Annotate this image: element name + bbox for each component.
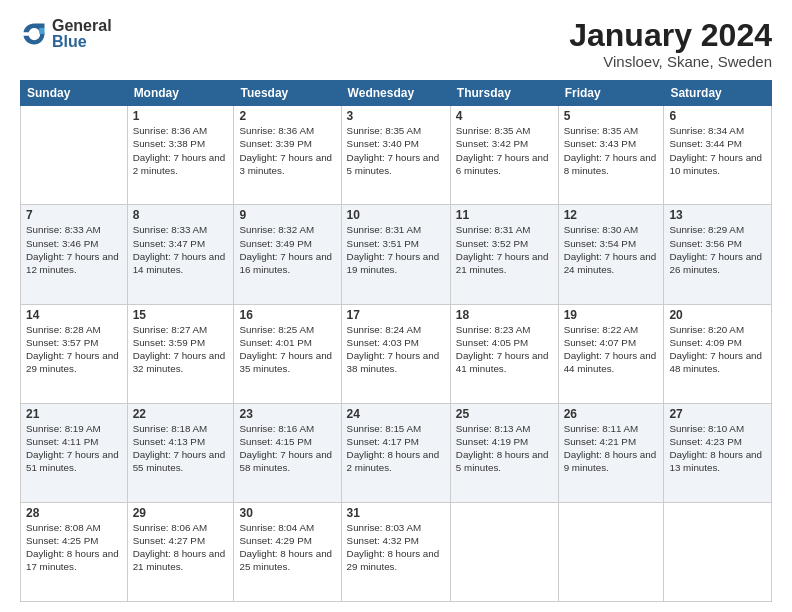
day-info: Sunrise: 8:06 AMSunset: 4:27 PMDaylight:… [133,521,229,574]
col-saturday: Saturday [664,81,772,106]
page: General Blue January 2024 Vinsloev, Skan… [0,0,792,612]
col-tuesday: Tuesday [234,81,341,106]
day-number: 14 [26,308,122,322]
col-monday: Monday [127,81,234,106]
day-number: 22 [133,407,229,421]
day-info: Sunrise: 8:31 AMSunset: 3:52 PMDaylight:… [456,223,553,276]
calendar-week-row: 28Sunrise: 8:08 AMSunset: 4:25 PMDayligh… [21,502,772,601]
day-info: Sunrise: 8:28 AMSunset: 3:57 PMDaylight:… [26,323,122,376]
calendar-week-row: 1Sunrise: 8:36 AMSunset: 3:38 PMDaylight… [21,106,772,205]
day-info: Sunrise: 8:15 AMSunset: 4:17 PMDaylight:… [347,422,445,475]
day-number: 23 [239,407,335,421]
logo-general-text: General [52,18,112,34]
day-number: 7 [26,208,122,222]
calendar-week-row: 7Sunrise: 8:33 AMSunset: 3:46 PMDaylight… [21,205,772,304]
table-cell: 14Sunrise: 8:28 AMSunset: 3:57 PMDayligh… [21,304,128,403]
day-number: 8 [133,208,229,222]
day-info: Sunrise: 8:34 AMSunset: 3:44 PMDaylight:… [669,124,766,177]
day-info: Sunrise: 8:31 AMSunset: 3:51 PMDaylight:… [347,223,445,276]
day-info: Sunrise: 8:33 AMSunset: 3:47 PMDaylight:… [133,223,229,276]
day-info: Sunrise: 8:04 AMSunset: 4:29 PMDaylight:… [239,521,335,574]
day-info: Sunrise: 8:11 AMSunset: 4:21 PMDaylight:… [564,422,659,475]
table-cell: 21Sunrise: 8:19 AMSunset: 4:11 PMDayligh… [21,403,128,502]
day-info: Sunrise: 8:33 AMSunset: 3:46 PMDaylight:… [26,223,122,276]
day-number: 12 [564,208,659,222]
day-info: Sunrise: 8:20 AMSunset: 4:09 PMDaylight:… [669,323,766,376]
table-cell: 4Sunrise: 8:35 AMSunset: 3:42 PMDaylight… [450,106,558,205]
table-cell: 2Sunrise: 8:36 AMSunset: 3:39 PMDaylight… [234,106,341,205]
day-number: 25 [456,407,553,421]
table-cell: 24Sunrise: 8:15 AMSunset: 4:17 PMDayligh… [341,403,450,502]
day-number: 21 [26,407,122,421]
day-info: Sunrise: 8:35 AMSunset: 3:42 PMDaylight:… [456,124,553,177]
day-number: 10 [347,208,445,222]
day-info: Sunrise: 8:35 AMSunset: 3:40 PMDaylight:… [347,124,445,177]
header: General Blue January 2024 Vinsloev, Skan… [20,18,772,70]
day-info: Sunrise: 8:36 AMSunset: 3:38 PMDaylight:… [133,124,229,177]
day-info: Sunrise: 8:10 AMSunset: 4:23 PMDaylight:… [669,422,766,475]
day-number: 1 [133,109,229,123]
col-friday: Friday [558,81,664,106]
table-cell: 17Sunrise: 8:24 AMSunset: 4:03 PMDayligh… [341,304,450,403]
table-cell: 8Sunrise: 8:33 AMSunset: 3:47 PMDaylight… [127,205,234,304]
table-cell: 26Sunrise: 8:11 AMSunset: 4:21 PMDayligh… [558,403,664,502]
day-number: 15 [133,308,229,322]
col-sunday: Sunday [21,81,128,106]
table-cell: 18Sunrise: 8:23 AMSunset: 4:05 PMDayligh… [450,304,558,403]
month-title: January 2024 [569,18,772,53]
location: Vinsloev, Skane, Sweden [569,53,772,70]
day-info: Sunrise: 8:24 AMSunset: 4:03 PMDaylight:… [347,323,445,376]
day-number: 20 [669,308,766,322]
table-cell: 15Sunrise: 8:27 AMSunset: 3:59 PMDayligh… [127,304,234,403]
day-info: Sunrise: 8:22 AMSunset: 4:07 PMDaylight:… [564,323,659,376]
day-number: 24 [347,407,445,421]
table-cell: 9Sunrise: 8:32 AMSunset: 3:49 PMDaylight… [234,205,341,304]
day-number: 31 [347,506,445,520]
day-info: Sunrise: 8:08 AMSunset: 4:25 PMDaylight:… [26,521,122,574]
table-cell: 13Sunrise: 8:29 AMSunset: 3:56 PMDayligh… [664,205,772,304]
calendar-week-row: 14Sunrise: 8:28 AMSunset: 3:57 PMDayligh… [21,304,772,403]
table-cell: 16Sunrise: 8:25 AMSunset: 4:01 PMDayligh… [234,304,341,403]
table-cell: 12Sunrise: 8:30 AMSunset: 3:54 PMDayligh… [558,205,664,304]
day-number: 2 [239,109,335,123]
table-cell [450,502,558,601]
table-cell: 30Sunrise: 8:04 AMSunset: 4:29 PMDayligh… [234,502,341,601]
table-cell: 25Sunrise: 8:13 AMSunset: 4:19 PMDayligh… [450,403,558,502]
day-number: 17 [347,308,445,322]
table-cell [21,106,128,205]
day-info: Sunrise: 8:32 AMSunset: 3:49 PMDaylight:… [239,223,335,276]
day-info: Sunrise: 8:30 AMSunset: 3:54 PMDaylight:… [564,223,659,276]
day-number: 18 [456,308,553,322]
table-cell: 27Sunrise: 8:10 AMSunset: 4:23 PMDayligh… [664,403,772,502]
day-info: Sunrise: 8:16 AMSunset: 4:15 PMDaylight:… [239,422,335,475]
table-cell: 5Sunrise: 8:35 AMSunset: 3:43 PMDaylight… [558,106,664,205]
table-cell [558,502,664,601]
day-number: 29 [133,506,229,520]
table-cell: 22Sunrise: 8:18 AMSunset: 4:13 PMDayligh… [127,403,234,502]
day-info: Sunrise: 8:19 AMSunset: 4:11 PMDaylight:… [26,422,122,475]
logo: General Blue [20,18,112,50]
day-number: 26 [564,407,659,421]
table-cell: 3Sunrise: 8:35 AMSunset: 3:40 PMDaylight… [341,106,450,205]
day-info: Sunrise: 8:23 AMSunset: 4:05 PMDaylight:… [456,323,553,376]
table-cell: 10Sunrise: 8:31 AMSunset: 3:51 PMDayligh… [341,205,450,304]
logo-text: General Blue [52,18,112,50]
title-block: January 2024 Vinsloev, Skane, Sweden [569,18,772,70]
day-number: 16 [239,308,335,322]
day-number: 19 [564,308,659,322]
day-info: Sunrise: 8:29 AMSunset: 3:56 PMDaylight:… [669,223,766,276]
calendar-table: Sunday Monday Tuesday Wednesday Thursday… [20,80,772,602]
table-cell: 7Sunrise: 8:33 AMSunset: 3:46 PMDaylight… [21,205,128,304]
day-number: 30 [239,506,335,520]
calendar-header-row: Sunday Monday Tuesday Wednesday Thursday… [21,81,772,106]
table-cell: 20Sunrise: 8:20 AMSunset: 4:09 PMDayligh… [664,304,772,403]
col-wednesday: Wednesday [341,81,450,106]
day-info: Sunrise: 8:25 AMSunset: 4:01 PMDaylight:… [239,323,335,376]
table-cell: 6Sunrise: 8:34 AMSunset: 3:44 PMDaylight… [664,106,772,205]
col-thursday: Thursday [450,81,558,106]
table-cell: 11Sunrise: 8:31 AMSunset: 3:52 PMDayligh… [450,205,558,304]
day-info: Sunrise: 8:03 AMSunset: 4:32 PMDaylight:… [347,521,445,574]
day-number: 3 [347,109,445,123]
table-cell [664,502,772,601]
day-info: Sunrise: 8:13 AMSunset: 4:19 PMDaylight:… [456,422,553,475]
